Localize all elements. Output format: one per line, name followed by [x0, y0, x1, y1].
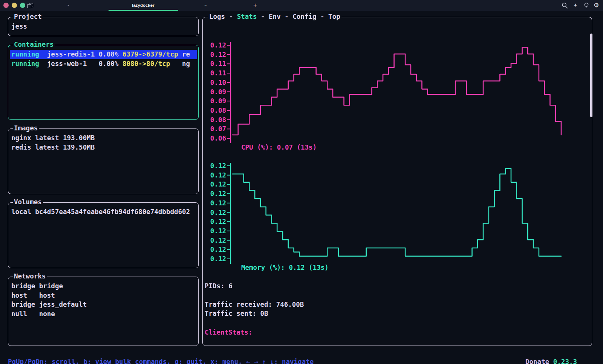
container-row-jess-redis-1[interactable]: runningjess-redis-10.08%6379->6379/tcpre	[10, 50, 197, 59]
svg-text:0.08: 0.08	[210, 116, 226, 124]
lightbulb-icon[interactable]	[583, 2, 589, 9]
project-panel[interactable]: Project jess	[8, 17, 199, 36]
svg-text:0.12: 0.12	[210, 246, 226, 253]
svg-text:0.12: 0.12	[210, 255, 226, 263]
tab-separator: -	[281, 13, 293, 20]
volume-row[interactable]: local bc4d57ea45a4feabe46fb94df680e74dbb…	[8, 207, 198, 217]
spacer	[549, 358, 553, 364]
settings-gear-icon[interactable]: ⚙	[594, 2, 599, 8]
container-state: running	[11, 50, 47, 59]
tab-config[interactable]: Config	[292, 13, 316, 20]
tab-separator: -	[225, 13, 237, 20]
svg-text:0.12: 0.12	[210, 209, 226, 216]
svg-text:0.12: 0.12	[210, 190, 226, 197]
keybindings-help: PgUp/PgDn: scroll, b: view bulk commands…	[8, 357, 314, 364]
container-name: jess-redis-1	[47, 50, 99, 59]
svg-text:0.12: 0.12	[210, 171, 226, 179]
memory-usage-chart: 0.120.120.120.120.120.120.120.120.120.12…	[205, 161, 567, 266]
svg-text:0.12: 0.12	[210, 227, 226, 235]
networks-panel[interactable]: Networks bridge bridge host host bridge …	[8, 277, 199, 346]
svg-text:0.10: 0.10	[210, 79, 226, 86]
svg-text:0.12: 0.12	[210, 237, 226, 244]
svg-text:0.12: 0.12	[210, 162, 226, 170]
svg-text:0.08: 0.08	[210, 107, 226, 114]
tab-env[interactable]: Env	[269, 13, 281, 20]
svg-text:0.11: 0.11	[210, 60, 226, 67]
svg-text:0.11: 0.11	[210, 69, 226, 77]
container-row-jess-web-1[interactable]: runningjess-web-10.00%8080->80/tcpng	[10, 59, 197, 69]
svg-text:0.09: 0.09	[210, 97, 226, 105]
sparkles-ai-icon[interactable]: ✦	[573, 3, 578, 8]
search-icon[interactable]	[562, 2, 568, 9]
tab-stats[interactable]: Stats	[237, 13, 257, 20]
volumes-panel[interactable]: Volumes local bc4d57ea45a4feabe46fb94df6…	[8, 202, 199, 268]
container-name: jess-web-1	[47, 59, 99, 69]
container-image: ng	[182, 59, 190, 69]
svg-text:0.12: 0.12	[210, 51, 226, 58]
close-window-button[interactable]	[3, 3, 9, 8]
container-cpu: 0.08%	[99, 50, 122, 59]
network-row[interactable]: bridge jess_default	[8, 300, 198, 309]
svg-text:0.07: 0.07	[210, 125, 226, 133]
volumes-panel-title[interactable]: Volumes	[13, 197, 43, 207]
tab-separator: -	[257, 13, 269, 20]
main-panel-tabs: Logs - Stats - Env - Config - Top	[208, 12, 341, 21]
client-stats-heading: ClientStats:	[205, 328, 252, 337]
container-ports: 8080->80/tcp	[122, 59, 182, 69]
svg-text:0.06: 0.06	[210, 135, 226, 142]
container-image: re	[182, 50, 190, 59]
traffic-sent-stat: Traffic sent: 0B	[205, 309, 268, 318]
network-row[interactable]: host host	[8, 291, 198, 300]
containers-panel[interactable]: Containers runningjess-redis-10.08%6379-…	[8, 45, 199, 120]
project-name[interactable]: jess	[8, 22, 198, 31]
container-state: running	[11, 59, 47, 69]
cpu-chart-caption: CPU (%): 0.07 (13s)	[241, 143, 317, 152]
memory-chart-caption: Memory (%): 0.12 (13s)	[241, 263, 329, 272]
tab-overview-icon[interactable]	[27, 3, 33, 8]
image-row[interactable]: nginx latest 193.00MB	[8, 133, 198, 143]
zoom-window-button[interactable]	[20, 3, 25, 8]
images-panel-title[interactable]: Images	[13, 124, 39, 133]
traffic-received-stat: Traffic received: 746.00B	[205, 300, 304, 309]
tab-top[interactable]: Top	[328, 13, 340, 20]
terminal-tab-3[interactable]: ~	[187, 0, 224, 11]
svg-text:0.12: 0.12	[210, 180, 226, 188]
network-row[interactable]: bridge bridge	[8, 281, 198, 291]
project-panel-title[interactable]: Project	[13, 12, 43, 21]
donate-link[interactable]: Donate	[525, 358, 549, 364]
networks-panel-title[interactable]: Networks	[13, 272, 47, 281]
container-ports: 6379->6379/tcp	[122, 50, 182, 59]
svg-text:0.12: 0.12	[210, 218, 226, 225]
svg-text:0.09: 0.09	[210, 88, 226, 96]
window-titlebar: ~ lazydocker ~ + ✦ ⚙	[0, 0, 603, 11]
tab-separator: -	[317, 13, 329, 20]
svg-text:0.12: 0.12	[210, 199, 226, 207]
pids-stat: PIDs: 6	[205, 281, 233, 291]
images-panel[interactable]: Images nginx latest 193.00MB redis lates…	[8, 128, 199, 194]
containers-panel-title[interactable]: Containers	[13, 40, 55, 49]
network-row[interactable]: null none	[8, 309, 198, 319]
version-label: 0.23.3	[553, 358, 577, 364]
container-cpu: 0.00%	[99, 59, 122, 69]
cpu-usage-chart: 0.120.120.110.110.100.090.090.080.080.07…	[205, 40, 567, 145]
lazydocker-terminal: Project jess Containers runningjess-redi…	[0, 11, 603, 364]
svg-text:0.12: 0.12	[210, 41, 226, 49]
tab-logs[interactable]: Logs	[209, 13, 225, 20]
image-row[interactable]: redis latest 139.50MB	[8, 143, 198, 152]
new-tab-button[interactable]: +	[251, 0, 260, 11]
terminal-tab-1[interactable]: ~	[49, 0, 87, 11]
donate-version: Donate 0.23.3	[525, 357, 577, 364]
main-panel-scrollbar[interactable]	[590, 34, 592, 117]
minimize-window-button[interactable]	[12, 3, 17, 8]
terminal-tab-lazydocker[interactable]: lazydocker	[109, 0, 177, 11]
